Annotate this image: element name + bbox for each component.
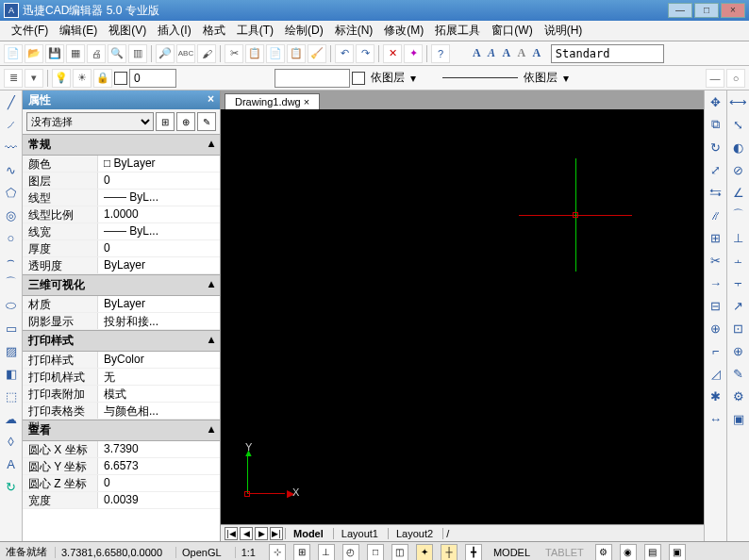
- minimize-button[interactable]: —: [668, 3, 692, 18]
- print-icon[interactable]: 🖨: [87, 44, 106, 63]
- prop-value[interactable]: 6.6573: [98, 458, 220, 474]
- lock-icon[interactable]: 🔒: [93, 69, 112, 88]
- prop-row[interactable]: 打印表附加到模式: [23, 386, 220, 403]
- menu-modify[interactable]: 修改(M): [378, 21, 429, 41]
- extend-icon[interactable]: →: [707, 273, 725, 292]
- plot-icon[interactable]: ▥: [128, 44, 147, 63]
- line-icon[interactable]: ╱: [2, 92, 21, 111]
- prop-value[interactable]: 无: [98, 369, 220, 385]
- region-icon[interactable]: ⬚: [2, 387, 21, 405]
- prop-value[interactable]: 3.7390: [98, 441, 220, 457]
- leader-icon[interactable]: ↗: [729, 296, 748, 315]
- dim-diameter-icon[interactable]: ⊘: [729, 160, 748, 179]
- new-icon[interactable]: 📄: [4, 44, 23, 63]
- prop-value[interactable]: 投射和接...: [98, 313, 220, 329]
- save-icon[interactable]: 💾: [45, 44, 64, 63]
- ellipse-icon[interactable]: ⬭: [2, 296, 21, 315]
- prop-row[interactable]: 厚度0: [23, 240, 220, 257]
- break-icon[interactable]: ⊟: [707, 296, 725, 315]
- nav-icon[interactable]: ◉: [620, 544, 637, 561]
- selection-dropdown[interactable]: 没有选择: [26, 112, 154, 131]
- layout-tab-layout2[interactable]: Layout2: [388, 528, 441, 539]
- undo-icon[interactable]: ↶: [335, 44, 354, 63]
- snap-icon[interactable]: ⊹: [269, 544, 286, 561]
- prop-row[interactable]: 打印样式ByColor: [23, 352, 220, 369]
- menu-extend[interactable]: 拓展工具: [429, 21, 486, 41]
- prop-row[interactable]: 打印表格类型与颜色相...: [23, 403, 220, 420]
- spell-icon[interactable]: ABC: [176, 44, 195, 63]
- layer-select[interactable]: [129, 69, 176, 88]
- trim-icon[interactable]: ✂: [707, 251, 725, 270]
- prop-row[interactable]: 圆心 Z 坐标0: [23, 475, 220, 492]
- open-icon[interactable]: 📂: [25, 44, 43, 63]
- prop-row[interactable]: 图层0: [23, 173, 220, 189]
- copy2-icon[interactable]: ⧉: [707, 115, 725, 134]
- lwt-icon[interactable]: ┼: [441, 544, 458, 561]
- dim-baseline-icon[interactable]: ⫠: [729, 251, 748, 270]
- pickadd-icon[interactable]: ⊕: [176, 112, 195, 131]
- selectobj-icon[interactable]: ✎: [197, 112, 216, 131]
- status-tablet[interactable]: TABLET: [541, 547, 588, 558]
- prop-row[interactable]: 宽度0.0039: [23, 492, 220, 509]
- layers-icon[interactable]: ≣: [4, 69, 23, 88]
- dim-continue-icon[interactable]: ⫟: [729, 273, 748, 292]
- match-icon[interactable]: 🖌: [197, 44, 216, 63]
- menu-window[interactable]: 窗口(W): [486, 21, 538, 41]
- lineweight-icon[interactable]: —: [706, 69, 724, 88]
- clean-icon[interactable]: ▣: [669, 544, 686, 561]
- chamfer-icon[interactable]: ◿: [707, 364, 725, 383]
- menu-dimension[interactable]: 标注(N): [329, 21, 379, 41]
- join-icon[interactable]: ⊕: [707, 319, 725, 338]
- viewport-icon[interactable]: ▣: [729, 409, 748, 428]
- arc2-icon[interactable]: ⌒: [2, 273, 21, 292]
- status-model[interactable]: MODEL: [490, 547, 534, 558]
- prop-row[interactable]: 颜色□ ByLayer: [23, 156, 220, 173]
- polyline-icon[interactable]: 〰: [2, 138, 21, 156]
- grid-icon[interactable]: ⊞: [293, 544, 310, 561]
- textstyle-select[interactable]: [551, 44, 664, 63]
- quickselect-icon[interactable]: ⊞: [156, 112, 175, 131]
- color-select[interactable]: [275, 69, 350, 88]
- spline-icon[interactable]: ∿: [2, 160, 21, 179]
- prop-section-header[interactable]: 常规▴: [23, 134, 220, 156]
- layout-tab-layout1[interactable]: Layout1: [333, 528, 386, 539]
- mirror-icon[interactable]: ⮀: [707, 183, 725, 202]
- prop-row[interactable]: 线型比例1.0000: [23, 206, 220, 223]
- erase-icon[interactable]: 🧹: [308, 44, 326, 63]
- sheet-icon[interactable]: ▦: [66, 44, 85, 63]
- textstyle-a3[interactable]: A: [502, 46, 510, 60]
- prop-value[interactable]: —— ByL...: [98, 189, 220, 206]
- ann-icon[interactable]: ▤: [644, 544, 661, 561]
- prop-value[interactable]: 模式: [98, 386, 220, 402]
- menu-file[interactable]: 文件(F): [6, 21, 54, 41]
- tab-close-icon[interactable]: ×: [304, 96, 309, 107]
- prop-value[interactable]: ByLayer: [98, 296, 220, 312]
- paste-icon[interactable]: 📄: [266, 44, 285, 63]
- bulb-icon[interactable]: 💡: [52, 69, 71, 88]
- polygon-icon[interactable]: ⬠: [2, 183, 21, 202]
- wipeout-icon[interactable]: ◊: [2, 432, 21, 451]
- status-scale[interactable]: 1:1: [235, 547, 261, 558]
- menu-view[interactable]: 视图(V): [103, 21, 152, 41]
- hatch-icon[interactable]: ▨: [2, 341, 21, 360]
- copy-icon[interactable]: 📋: [245, 44, 264, 63]
- prop-section-header[interactable]: 查看▴: [23, 420, 220, 441]
- prop-value[interactable]: 1.0000: [98, 206, 220, 222]
- tolerance-icon[interactable]: ⊡: [729, 319, 748, 338]
- menu-insert[interactable]: 插入(I): [152, 21, 196, 41]
- array-icon[interactable]: ⊞: [707, 228, 725, 247]
- find-icon[interactable]: 🔎: [156, 44, 175, 63]
- ortho-icon[interactable]: ⊥: [318, 544, 335, 561]
- prop-value[interactable]: □ ByLayer: [98, 156, 220, 172]
- prop-value[interactable]: 与颜色相...: [98, 403, 220, 419]
- tab-prev-icon[interactable]: ◀: [240, 527, 253, 540]
- layerstate-icon[interactable]: ▾: [25, 69, 43, 88]
- prop-section-header[interactable]: 三维可视化▴: [23, 274, 220, 296]
- maximize-button[interactable]: □: [694, 3, 719, 18]
- prop-value[interactable]: 0: [98, 475, 220, 491]
- cloud-icon[interactable]: ☁: [2, 409, 21, 428]
- prop-value[interactable]: 0: [98, 240, 220, 256]
- dim-radius-icon[interactable]: ◐: [729, 138, 748, 156]
- scale-icon[interactable]: ⤢: [707, 160, 725, 179]
- explode-icon[interactable]: ✱: [707, 387, 725, 405]
